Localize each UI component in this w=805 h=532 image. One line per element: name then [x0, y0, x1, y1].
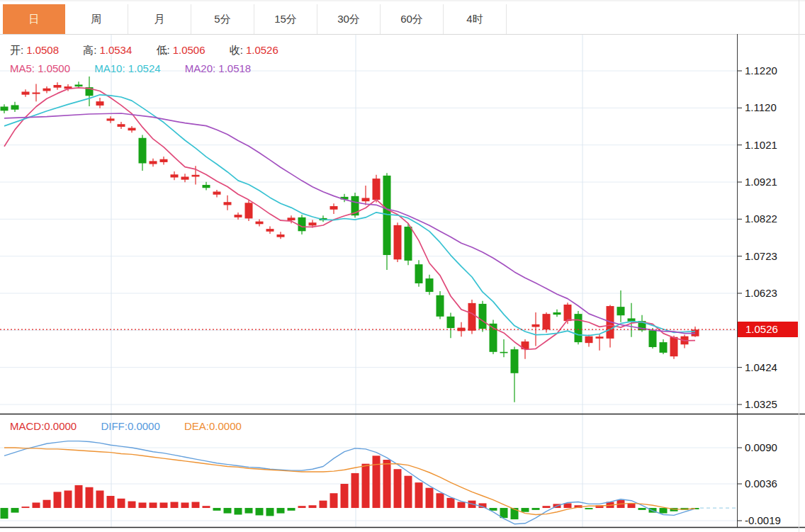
price-axis-label: 1.1120	[745, 101, 777, 114]
close-label: 收:	[230, 44, 243, 56]
top-border	[0, 0, 805, 1]
tab-week[interactable]: 周	[65, 4, 128, 34]
tab-5min[interactable]: 5分	[191, 4, 254, 34]
tab-day[interactable]: 日	[3, 4, 65, 34]
tab-60min[interactable]: 60分	[381, 4, 444, 34]
diff-legend-value: DIFF:0.0000	[101, 420, 159, 432]
price-axis-label: 1.1220	[745, 64, 777, 77]
price-axis-label: 1.0424	[745, 361, 777, 374]
price-axis-label: 1.0921	[745, 176, 777, 188]
ma5-legend-value: MA5: 1.0500	[10, 62, 70, 74]
macd-axis-label: 0.0090	[745, 441, 777, 454]
ma10-legend-value: MA10: 1.0524	[94, 62, 160, 74]
low-label: 低:	[156, 44, 169, 56]
open-value: 1.0508	[26, 44, 59, 56]
kline-chart-app: 日周月5分15分30分60分4时 开:1.0508 高:1.0534 低:1.0…	[0, 0, 805, 532]
current-price-badge: 1.0526	[738, 322, 798, 337]
price-axis-label: 1.0822	[745, 213, 777, 225]
right-border	[799, 0, 799, 532]
tabbar-underline	[0, 34, 805, 35]
dea-legend-value: DEA:0.0000	[184, 420, 242, 432]
macd-legend: MACD:0.0000 DIFF:0.0000 DEA:0.0000	[10, 420, 244, 432]
tab-30min[interactable]: 30分	[317, 4, 381, 34]
high-label: 高:	[83, 44, 96, 56]
chart-canvas	[0, 0, 805, 532]
open-label: 开:	[10, 44, 23, 56]
high-value: 1.0534	[99, 44, 132, 56]
macd-axis-label: 0.0036	[745, 477, 777, 490]
price-axis-label: 1.0623	[745, 287, 777, 300]
price-axis-label: 1.0723	[745, 250, 777, 263]
period-tabbar: 日周月5分15分30分60分4时	[3, 4, 507, 34]
price-axis-label: 1.1021	[745, 139, 777, 152]
ma-legend: MA5: 1.0500 MA10: 1.0524 MA20: 1.0518	[10, 62, 254, 74]
macd-legend-value: MACD:0.0000	[10, 420, 77, 432]
tab-month[interactable]: 月	[128, 4, 191, 34]
tab-15min[interactable]: 15分	[254, 4, 317, 34]
price-axis-label: 1.0325	[745, 398, 777, 411]
tab-4hour[interactable]: 4时	[444, 4, 507, 34]
macd-axis-label: -0.0019	[745, 514, 781, 527]
close-value: 1.0526	[246, 44, 278, 56]
ohlc-legend: 开:1.0508 高:1.0534 低:1.0506 收:1.0526	[10, 44, 281, 57]
ma20-legend-value: MA20: 1.0518	[185, 62, 251, 74]
low-value: 1.0506	[173, 44, 206, 56]
